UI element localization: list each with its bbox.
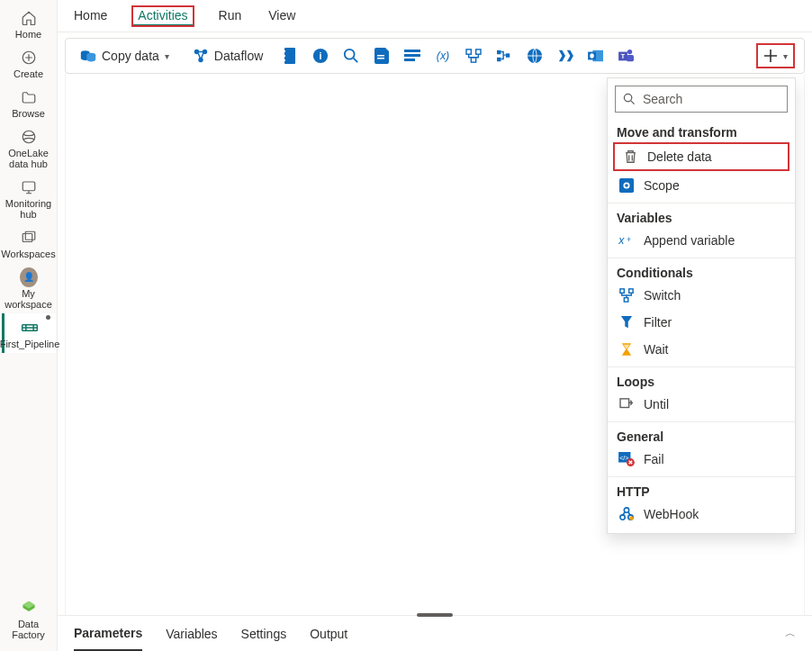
svg-rect-46 <box>624 298 627 302</box>
bottom-tab-variables[interactable]: Variables <box>166 618 217 650</box>
svg-rect-29 <box>506 53 510 57</box>
svg-text:T: T <box>621 53 626 60</box>
unsaved-dot-icon <box>46 315 50 320</box>
item-until[interactable]: Until <box>608 391 795 418</box>
svg-rect-21 <box>404 54 420 57</box>
svg-rect-18 <box>377 55 384 57</box>
copy-data-button[interactable]: Copy data ▾ <box>75 44 175 68</box>
tab-activities[interactable]: Activities <box>132 6 193 26</box>
svg-point-17 <box>345 50 355 59</box>
append-variable-icon: x+ <box>618 232 635 249</box>
pipeline-icon <box>21 319 39 337</box>
invoke-pipeline-icon[interactable] <box>495 47 513 65</box>
search-icon <box>623 93 636 105</box>
item-scope[interactable]: Scope <box>608 172 795 199</box>
svg-rect-3 <box>23 234 32 242</box>
main-area: Home Activities Run View Copy data ▾ Dat… <box>58 0 812 651</box>
svg-rect-14 <box>283 59 285 61</box>
teams-icon[interactable]: T <box>618 47 636 65</box>
rail-my-workspace[interactable]: 👤 My workspace <box>2 263 56 313</box>
dataflow-icon <box>193 48 209 64</box>
svg-point-34 <box>627 50 632 54</box>
item-fail[interactable]: </> Fail <box>608 446 795 473</box>
kql-icon[interactable] <box>556 47 574 65</box>
group-http: HTTP <box>608 479 795 501</box>
rail-workspaces[interactable]: Workspaces <box>2 223 56 263</box>
svg-point-41 <box>625 184 628 187</box>
search-input[interactable]: Search <box>615 86 788 113</box>
svg-rect-11 <box>284 48 295 64</box>
rail-browse[interactable]: Browse <box>2 83 56 122</box>
copy-data-icon <box>80 48 96 64</box>
folder-icon <box>20 88 38 106</box>
svg-rect-27 <box>497 50 501 54</box>
svg-rect-45 <box>629 289 633 293</box>
svg-rect-2 <box>23 182 35 191</box>
rail-first-pipeline[interactable]: First_Pipeline <box>2 313 56 353</box>
stored-proc-icon[interactable] <box>403 47 421 65</box>
group-variables: Variables <box>608 205 795 227</box>
workspaces-icon <box>20 229 38 247</box>
expand-panel-icon[interactable]: ︿ <box>785 626 796 641</box>
wait-icon <box>618 341 635 357</box>
trash-icon <box>622 149 638 165</box>
rail-home[interactable]: Home <box>2 4 56 43</box>
notebook-icon[interactable] <box>281 47 299 65</box>
group-general: General <box>608 424 795 446</box>
outlook-icon[interactable] <box>587 47 605 65</box>
ribbon-tabs: Home Activities Run View <box>58 0 812 32</box>
svg-rect-24 <box>466 50 471 54</box>
item-switch[interactable]: Switch <box>608 282 795 309</box>
tab-run[interactable]: Run <box>217 3 244 30</box>
bottom-tabs: Parameters Variables Settings Output ︿ <box>58 615 812 651</box>
web-icon[interactable] <box>526 47 544 65</box>
tab-home[interactable]: Home <box>72 3 109 30</box>
azure-function-icon[interactable] <box>465 47 483 65</box>
add-activity-button[interactable]: ▾ <box>756 43 795 68</box>
tab-view[interactable]: View <box>266 3 297 30</box>
bottom-tab-settings[interactable]: Settings <box>241 618 287 650</box>
fail-icon: </> <box>618 451 635 467</box>
plus-circle-icon <box>20 49 38 67</box>
svg-rect-12 <box>283 50 285 52</box>
onelake-icon <box>20 128 38 146</box>
svg-point-38 <box>624 94 631 101</box>
activities-toolbar: Copy data ▾ Dataflow i (x) T ▾ <box>65 38 805 74</box>
svg-point-33 <box>591 53 594 58</box>
rail-create[interactable]: Create <box>2 43 56 83</box>
item-webhook[interactable]: WebHook <box>608 501 795 528</box>
scope-icon <box>618 177 635 194</box>
svg-rect-4 <box>25 231 35 240</box>
variable-icon[interactable]: (x) <box>434 47 452 65</box>
monitor-icon <box>20 178 38 196</box>
left-rail: Home Create Browse OneLake data hub Moni… <box>0 0 58 651</box>
svg-rect-22 <box>404 59 415 61</box>
bottom-tab-parameters[interactable]: Parameters <box>74 617 142 651</box>
info-icon[interactable]: i <box>311 47 329 65</box>
rail-onelake[interactable]: OneLake data hub <box>2 122 56 173</box>
rail-data-factory[interactable]: Data Factory <box>2 593 56 644</box>
chevron-down-icon: ▾ <box>165 51 169 61</box>
script-icon[interactable] <box>373 47 391 65</box>
data-factory-icon <box>20 599 38 617</box>
svg-text:+: + <box>627 235 631 244</box>
avatar-icon: 👤 <box>20 268 38 286</box>
home-icon <box>20 9 38 27</box>
item-filter[interactable]: Filter <box>608 309 795 336</box>
lookup-icon[interactable] <box>342 47 360 65</box>
svg-rect-13 <box>283 55 285 57</box>
rail-monitoring[interactable]: Monitoring hub <box>2 173 56 223</box>
item-delete-data[interactable]: Delete data <box>613 142 789 171</box>
svg-rect-20 <box>404 50 420 52</box>
bottom-tab-output[interactable]: Output <box>310 618 347 650</box>
item-append-variable[interactable]: x+ Append variable <box>608 227 795 254</box>
svg-point-54 <box>629 516 633 520</box>
svg-rect-47 <box>620 399 629 408</box>
item-wait[interactable]: Wait <box>608 336 795 363</box>
dataflow-button[interactable]: Dataflow <box>187 44 268 68</box>
svg-text:i: i <box>320 50 322 61</box>
chevron-down-icon: ▾ <box>783 51 788 61</box>
activities-dropdown: Search Move and transform Delete data Sc… <box>607 77 796 534</box>
filter-icon <box>618 314 635 330</box>
webhook-icon <box>618 506 635 522</box>
